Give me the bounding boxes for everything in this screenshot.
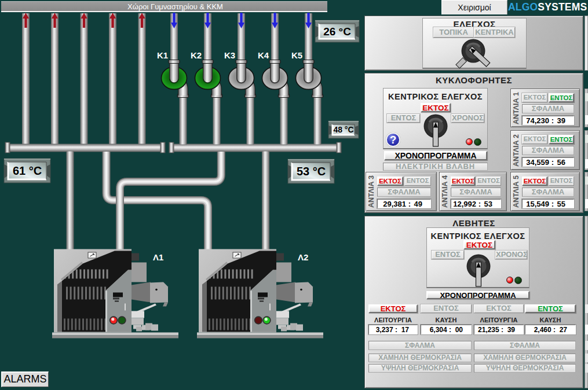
svg-text:K1: K1 (157, 50, 168, 60)
svg-text:K4: K4 (258, 50, 269, 60)
svg-text:53 °C: 53 °C (297, 165, 326, 178)
svg-text:K3: K3 (224, 50, 235, 60)
svg-text:61 °C: 61 °C (13, 164, 42, 177)
svg-text:Λ1: Λ1 (153, 252, 163, 262)
svg-text:26 °C: 26 °C (323, 25, 351, 38)
svg-text:48 °C: 48 °C (333, 125, 353, 134)
svg-text:Λ2: Λ2 (298, 252, 308, 262)
svg-text:K2: K2 (191, 50, 202, 60)
svg-text:K5: K5 (291, 50, 302, 60)
